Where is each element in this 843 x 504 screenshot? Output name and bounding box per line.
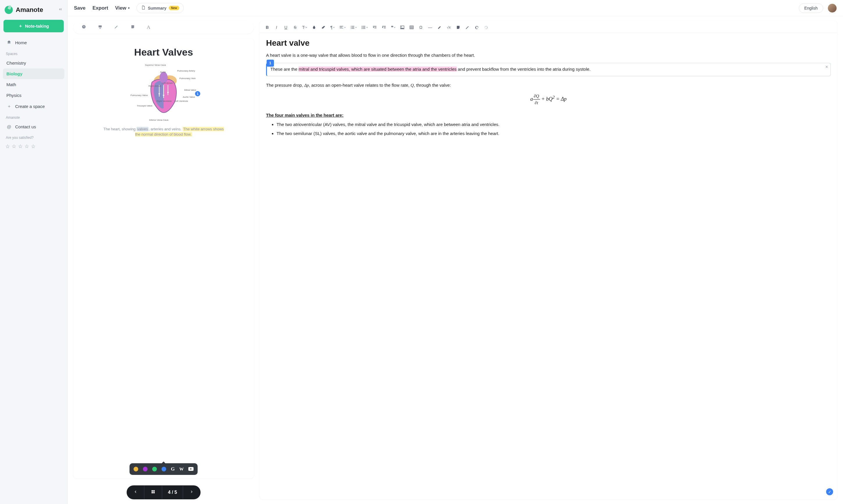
quote-dropdown[interactable]: ❝	[390, 24, 396, 31]
undo-button[interactable]	[473, 24, 480, 31]
youtube-icon[interactable]	[189, 467, 194, 472]
italic-button[interactable]: I	[273, 24, 280, 31]
collapse-sidebar-button[interactable]	[58, 7, 62, 13]
star-icon[interactable]: ☆	[18, 143, 23, 149]
sidebar-item-math[interactable]: Math	[3, 79, 64, 90]
view-dropdown[interactable]: View ▾	[115, 5, 129, 11]
sidebar-item-label: Physics	[6, 93, 21, 98]
wikipedia-icon[interactable]: W	[179, 467, 184, 472]
strikethrough-button[interactable]: S	[292, 24, 299, 31]
heart-label: Pulmonary Vein	[179, 77, 196, 80]
hr-button[interactable]: —	[427, 24, 434, 31]
pressure-text: , across an open-heart valve relates to …	[309, 83, 410, 88]
language-button[interactable]: English	[799, 3, 823, 13]
indent-button[interactable]	[380, 24, 388, 31]
table-button[interactable]	[408, 24, 415, 31]
caption-highlight: valves	[137, 127, 148, 131]
sidebar-item-chemistry[interactable]: Chemistry	[3, 58, 64, 68]
sidebar-item-biology[interactable]: Biology	[3, 68, 64, 79]
heart-diagram: Superior Vena Cava Aorta Pulmonary Arter…	[131, 63, 196, 121]
sidebar-item-label: Contact us	[15, 124, 36, 129]
editor-body[interactable]: Heart valve A heart valve is a one-way v…	[259, 33, 837, 499]
sidebar-item-label: Chemistry	[6, 60, 26, 66]
star-icon[interactable]: ☆	[31, 143, 36, 149]
grid-view-button[interactable]	[144, 485, 162, 499]
sidebar-item-label: Home	[15, 40, 27, 45]
ordered-list-dropdown[interactable]	[349, 24, 358, 31]
paragraph-dropdown[interactable]: ¶	[329, 24, 336, 31]
outdent-button[interactable]	[371, 24, 378, 31]
valve-list: The two atrioventricular (AV) valves, th…	[266, 121, 831, 137]
image-button[interactable]	[399, 24, 406, 31]
caption-text: , arteries and veins.	[148, 127, 182, 131]
new-badge: New	[169, 6, 180, 10]
highlighter-button[interactable]	[436, 24, 443, 31]
note-taking-button[interactable]: ＋ Note-taking	[3, 20, 64, 32]
close-annotation-button[interactable]: ✕	[825, 64, 828, 70]
star-icon[interactable]: ☆	[5, 143, 10, 149]
svg-rect-6	[152, 490, 153, 492]
sync-status-icon[interactable]: ✓	[826, 488, 833, 495]
eq-plus: + bQ	[540, 96, 553, 102]
color-dot-green[interactable]	[152, 467, 157, 471]
avatar[interactable]	[828, 4, 837, 13]
spaces-section-label: Spaces	[3, 48, 64, 58]
pencil-icon[interactable]	[114, 24, 119, 30]
heart-label: Left Ventricle	[175, 100, 188, 103]
underline-button[interactable]: U	[282, 24, 289, 31]
clock-icon[interactable]	[82, 24, 86, 30]
sidebar-item-create-space[interactable]: ＋ Create a space	[3, 101, 64, 112]
align-dropdown[interactable]	[338, 24, 347, 31]
svg-rect-9	[154, 492, 155, 493]
omega-button[interactable]: Ω	[417, 24, 425, 31]
highlight-popup: G W	[129, 463, 198, 475]
document-icon	[141, 5, 146, 11]
heart-label: Aortic Valve	[183, 96, 195, 98]
rating-stars[interactable]: ☆ ☆ ☆ ☆ ☆	[3, 141, 64, 151]
color-dot-purple[interactable]	[143, 467, 148, 471]
eraser-icon[interactable]	[320, 24, 327, 31]
bold-button[interactable]: B	[264, 24, 271, 31]
sidebar-item-label: Biology	[6, 71, 22, 76]
prev-slide-button[interactable]	[127, 485, 144, 499]
pressure-text: The pressure drop,	[266, 83, 304, 88]
text-style-dropdown[interactable]: TI	[301, 24, 308, 31]
annotation-text: and prevent backflow from the ventricles…	[457, 67, 591, 72]
editor-toolbar: B I U S TI ¶ ❝ Ω	[259, 21, 837, 33]
presentation-icon[interactable]	[98, 24, 103, 30]
next-slide-button[interactable]	[183, 485, 201, 499]
logo-row: Amanote	[3, 5, 64, 18]
sidebar-item-contact[interactable]: @ Contact us	[3, 121, 64, 132]
plus-icon: ＋	[18, 23, 23, 29]
chevron-right-icon	[190, 489, 194, 494]
equation-block: a∂Q∂t + bQ2 = Δp	[266, 93, 831, 106]
formula-button[interactable]: √x	[445, 24, 452, 31]
satisfied-label: Are you satisfied?	[3, 132, 64, 141]
page-indicator: 4 / 5	[162, 486, 183, 499]
app-name: Amanote	[16, 6, 43, 14]
pen-button[interactable]	[464, 24, 471, 31]
star-icon[interactable]: ☆	[12, 143, 16, 149]
current-page: 4	[168, 490, 171, 495]
color-dot-yellow[interactable]	[133, 467, 138, 471]
eq-eq: = Δp	[555, 96, 567, 102]
unordered-list-dropdown[interactable]	[360, 24, 369, 31]
heart-label: Pulmonary Valve	[130, 94, 148, 96]
note-icon[interactable]	[130, 24, 135, 30]
annotation-marker[interactable]: 1	[195, 91, 200, 96]
sidebar-item-physics[interactable]: Physics	[3, 90, 64, 101]
save-button[interactable]: Save	[74, 5, 86, 11]
star-icon[interactable]: ☆	[24, 143, 29, 149]
slide-toolbar: A	[73, 21, 254, 34]
export-button[interactable]: Export	[93, 5, 108, 11]
google-icon[interactable]: G	[171, 466, 175, 472]
sidebar-item-home[interactable]: Home	[3, 37, 64, 48]
heart-label: Tricuspid Valve	[137, 105, 153, 107]
redo-button[interactable]	[483, 24, 490, 31]
ink-drop-icon[interactable]	[310, 24, 318, 31]
summary-button[interactable]: Summary New	[137, 3, 184, 13]
color-dot-blue[interactable]	[162, 467, 166, 471]
svg-rect-1	[99, 25, 102, 28]
sticky-note-button[interactable]	[455, 24, 462, 31]
text-icon[interactable]: A	[147, 24, 150, 30]
